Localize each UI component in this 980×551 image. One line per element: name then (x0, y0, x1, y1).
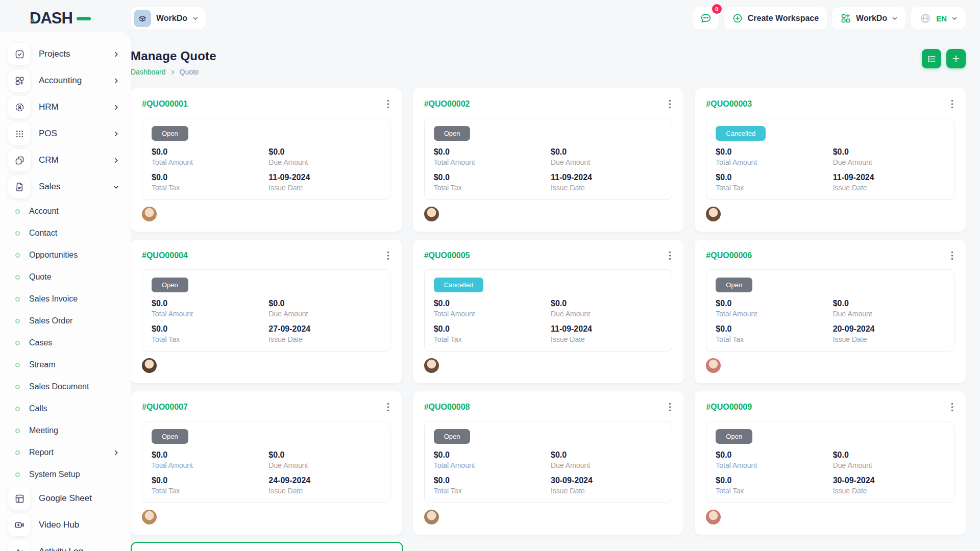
add-quote-card[interactable] (131, 542, 403, 551)
quote-id-link[interactable]: #QUO00009 (706, 403, 752, 412)
avatar[interactable] (706, 207, 721, 221)
sidebar-subitem-contact[interactable]: Contact (8, 224, 124, 242)
breadcrumb: Dashboard Quote (131, 68, 216, 76)
quote-id-link[interactable]: #QUO00004 (142, 251, 188, 260)
quote-details-box: Open $0.0Total Amount $0.0Due Amount $0.… (706, 421, 954, 503)
quote-details-box: Cancelled $0.0Total Amount $0.0Due Amoun… (424, 269, 673, 352)
due-amount-value: $0.0 (833, 299, 945, 308)
kebab-menu-icon[interactable] (950, 402, 954, 413)
pos-icon (8, 122, 31, 145)
kebab-menu-icon[interactable] (668, 250, 672, 261)
workspace-switcher[interactable]: WorkDo (131, 7, 206, 30)
sidebar-item-accounting[interactable]: Accounting (8, 69, 124, 92)
quote-id-link[interactable]: #QUO00007 (142, 403, 188, 412)
sidebar-subitem-report[interactable]: Report (8, 443, 124, 462)
sidebar-subitem-meeting[interactable]: Meeting (8, 421, 124, 440)
sidebar-item-projects[interactable]: Projects (8, 43, 124, 65)
quote-details-box: Open $0.0Total Amount $0.0Due Amount $0.… (706, 269, 954, 352)
language-button[interactable]: EN (911, 7, 966, 30)
quote-id-link[interactable]: #QUO00005 (424, 251, 470, 260)
svg-text:DASH: DASH (30, 9, 72, 27)
avatar[interactable] (706, 358, 721, 373)
kebab-menu-icon[interactable] (668, 402, 672, 413)
app-switcher-button[interactable]: WorkDo (832, 7, 906, 30)
total-amount-value: $0.0 (434, 450, 546, 460)
total-tax-label: Total Tax (434, 184, 546, 192)
kebab-menu-icon[interactable] (950, 98, 954, 110)
total-tax-label: Total Tax (434, 335, 546, 343)
page-head: Manage Quote Dashboard Quote (131, 49, 966, 76)
sidebar-subitem-label: Report (29, 448, 54, 457)
sidebar-subitem-label: Cases (29, 338, 52, 347)
sidebar-item-crm[interactable]: CRM (8, 149, 124, 171)
sidebar-subitem-label: Sales Invoice (29, 294, 78, 304)
avatar[interactable] (424, 207, 439, 221)
avatar[interactable] (424, 510, 439, 524)
total-amount-label: Total Amount (434, 310, 546, 318)
sidebar-subitem-sales-order[interactable]: Sales Order (8, 312, 124, 330)
chevron-right-icon (113, 449, 119, 456)
sidebar-subitem-sales-invoice[interactable]: Sales Invoice (8, 290, 124, 308)
list-view-button[interactable] (922, 49, 941, 68)
quote-card: #QUO00009 Open $0.0Total Amount $0.0Due … (695, 391, 966, 535)
breadcrumb-dashboard-link[interactable]: Dashboard (131, 68, 166, 76)
sidebar-subitem-calls[interactable]: Calls (8, 399, 124, 418)
total-tax-value: $0.0 (434, 173, 546, 182)
sidebar-subitem-stream[interactable]: Stream (8, 356, 124, 374)
sidebar-item-google-sheet[interactable]: Google Sheet (8, 487, 124, 510)
bullet-circle-icon (15, 450, 20, 455)
sidebar-subitem-label: Account (29, 207, 59, 216)
sidebar-item-video-hub[interactable]: Video Hub (8, 514, 124, 536)
chevron-right-icon (113, 51, 119, 58)
sidebar-item-pos[interactable]: POS (8, 122, 124, 145)
issue-date-label: Issue Date (551, 335, 663, 343)
sidebar-subitem-cases[interactable]: Cases (8, 334, 124, 352)
create-workspace-button[interactable]: Create Workspace (724, 7, 827, 30)
quote-card: #QUO00008 Open $0.0Total Amount $0.0Due … (413, 391, 684, 535)
quote-id-link[interactable]: #QUO00002 (424, 99, 470, 109)
avatar[interactable] (706, 510, 721, 524)
total-tax-label: Total Tax (434, 487, 546, 495)
total-tax-label: Total Tax (716, 184, 827, 192)
avatar[interactable] (424, 358, 439, 373)
avatar[interactable] (142, 510, 157, 524)
sidebar-subitem-opportunities[interactable]: Opportunities (8, 246, 124, 264)
status-badge: Open (434, 126, 471, 141)
sidebar-item-activity-log[interactable]: Activity Log (8, 540, 124, 551)
app-switcher-label: WorkDo (856, 14, 887, 23)
brand-logo[interactable]: DASH (0, 8, 131, 29)
page-actions (922, 49, 966, 68)
total-amount-value: $0.0 (152, 450, 263, 460)
bullet-circle-icon (15, 231, 20, 236)
kebab-menu-icon[interactable] (386, 402, 390, 413)
kebab-menu-icon[interactable] (386, 250, 390, 261)
due-amount-label: Due Amount (551, 310, 663, 318)
sidebar-item-sales[interactable]: Sales (8, 176, 124, 198)
add-quote-button[interactable] (946, 49, 966, 68)
bullet-circle-icon (15, 341, 20, 345)
total-amount-label: Total Amount (434, 158, 546, 166)
avatar[interactable] (142, 358, 157, 373)
sidebar-subitem-account[interactable]: Account (8, 202, 124, 220)
sidebar-item-label: Google Sheet (39, 493, 92, 504)
quote-id-link[interactable]: #QUO00008 (424, 403, 470, 412)
sidebar-item-hrm[interactable]: HRM (8, 96, 124, 118)
quote-id-link[interactable]: #QUO00003 (706, 99, 752, 109)
issue-date-label: Issue Date (268, 335, 380, 343)
quote-id-link[interactable]: #QUO00001 (142, 99, 188, 109)
issue-date-value: 11-09-2024 (833, 173, 945, 182)
sidebar-subitem-sales-document[interactable]: Sales Document (8, 378, 124, 396)
due-amount-label: Due Amount (551, 158, 663, 166)
sidebar-subitem-system-setup[interactable]: System Setup (8, 465, 124, 484)
due-amount-value: $0.0 (833, 450, 945, 460)
kebab-menu-icon[interactable] (386, 98, 390, 110)
messages-button[interactable]: 0 (693, 7, 719, 30)
issue-date-value: 20-09-2024 (833, 324, 945, 334)
kebab-menu-icon[interactable] (668, 98, 672, 110)
avatar[interactable] (142, 207, 157, 221)
kebab-menu-icon[interactable] (950, 250, 954, 261)
quote-id-link[interactable]: #QUO00006 (706, 251, 752, 260)
sidebar-subitem-quote[interactable]: Quote (8, 268, 124, 286)
due-amount-value: $0.0 (551, 299, 663, 308)
accounting-icon (8, 69, 31, 92)
